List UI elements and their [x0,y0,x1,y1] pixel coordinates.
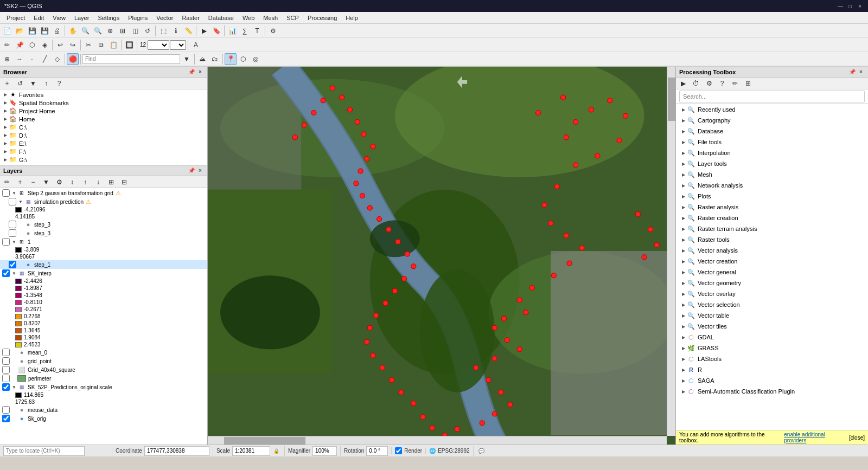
font-unit-select[interactable] [170,40,186,50]
layer-step3-b[interactable]: ● step_3 [0,229,207,237]
layer-check-mean0[interactable] [2,349,10,356]
layer-sk-orig[interactable]: ● Sk_orig [0,414,207,423]
proc-lastools[interactable]: ▶ ⬡ LAStools [676,353,868,364]
line-btn[interactable]: ╱ [39,53,50,65]
magnifier-input[interactable] [312,446,337,456]
save-project-btn[interactable]: 💾 [26,25,38,37]
map-hscroll[interactable] [208,436,667,445]
layer-meuse-data[interactable]: ● meuse_data [0,405,207,414]
settings-btn[interactable]: ⚙ [267,25,279,37]
menu-item-help[interactable]: Help [341,14,362,22]
menu-item-scp[interactable]: SCP [282,14,303,22]
gpx-btn[interactable]: ⊕ [1,53,13,65]
proc-recently-used[interactable]: ▶ 🔍 Recently used [676,104,868,115]
proc-saga[interactable]: ▶ ⬡ SAGA [676,375,868,386]
layer-check-meusedata[interactable] [2,406,10,414]
proc-layer-tools[interactable]: ▶ 🔍 Layer tools [676,158,868,169]
browser-item-d[interactable]: ▶ 📁 D:\ [0,131,207,139]
extent-btn[interactable]: ⬡ [237,53,249,65]
identify-btn[interactable]: ℹ [170,25,182,37]
save-as-btn[interactable]: 💾 [39,25,50,37]
layer-check-g1[interactable] [2,238,10,246]
layer-grid40[interactable]: ⬜ Grid_40x40_square [0,365,207,374]
proc-raster-tools[interactable]: ▶ 🔍 Raster tools [676,234,868,245]
proc-settings-btn[interactable]: ⚙ [703,78,715,89]
layer-check-sk52p[interactable] [2,383,10,391]
close-status-btn[interactable]: [close] [849,435,865,441]
terrain-btn[interactable]: ⛰ [196,53,208,65]
map-area[interactable] [208,67,675,445]
paste-features-btn[interactable]: 📋 [107,39,119,51]
layers-move-up-btn[interactable]: ↑ [79,176,91,188]
proc-raster-creation[interactable]: ▶ 🔍 Raster creation [676,213,868,223]
menu-item-database[interactable]: Database [204,14,238,22]
proc-raster-terrain[interactable]: ▶ 🔍 Raster terrain analysis [676,223,868,234]
map-tips-btn[interactable]: 💬 [477,446,487,456]
proc-vector-overlay[interactable]: ▶ 🔍 Vector overlay [676,288,868,299]
proc-r[interactable]: ▶ R R [676,364,868,375]
open-project-btn[interactable]: 📂 [14,25,25,37]
layer-check-simpred[interactable] [9,198,16,205]
processing-close-btn[interactable]: × [857,68,865,76]
browser-collapse-btn[interactable]: ↑ [40,78,52,89]
proc-expand-btn[interactable]: ⊞ [742,78,754,89]
rotation-input[interactable] [366,446,388,456]
processing-pin-btn[interactable]: 📌 [848,68,856,76]
menu-item-processing[interactable]: Processing [303,14,341,22]
proc-run-btn[interactable]: ▶ [677,78,689,89]
proc-plots[interactable]: ▶ 🔍 Plots [676,191,868,202]
layer-check-step1[interactable] [9,261,16,268]
find-btn[interactable]: ▼ [181,53,193,65]
pan-map-btn[interactable]: ✋ [67,25,79,37]
route-btn[interactable]: → [14,53,25,65]
proc-scp[interactable]: ▶ ⬡ Semi-Automatic Classification Plugin [676,386,868,397]
layer-sim-pred[interactable]: ▼ ▦ simulation prediction ⚠ [0,197,207,206]
processing-search-input[interactable] [679,91,865,102]
refresh-btn[interactable]: ↺ [142,25,154,37]
scale-input[interactable] [232,446,270,456]
layers-move-down-btn[interactable]: ↓ [92,176,104,188]
new-project-btn[interactable]: 📄 [1,25,13,37]
proc-vector-general[interactable]: ▶ 🔍 Vector general [676,267,868,278]
browser-close-btn[interactable]: × [196,68,204,76]
layer-check-step3b[interactable] [9,229,16,237]
browser-item-g[interactable]: ▶ 📁 G:\ [0,156,207,164]
layer-perimeter[interactable]: perimeter [0,374,207,383]
print-btn[interactable]: 🖨 [51,25,63,37]
enable-providers-link[interactable]: enable additional providers [784,432,847,443]
spatial-bookmark-btn[interactable]: 🔖 [210,25,222,37]
zoom-layer-btn[interactable]: ◫ [129,25,141,37]
select-feat-btn[interactable]: ⬚ [157,25,169,37]
proc-mesh[interactable]: ▶ 🔍 Mesh [676,169,868,180]
browser-item-f[interactable]: ▶ 📁 F:\ [0,147,207,156]
layer-check-skinterp[interactable] [2,269,10,277]
copy-features-btn[interactable]: ⧉ [95,39,107,51]
menu-item-edit[interactable]: Edit [29,14,48,22]
point-btn[interactable]: · [26,53,38,65]
menu-item-raster[interactable]: Raster [177,14,203,22]
digitize-btn[interactable]: 📌 [14,39,25,51]
label-btn[interactable]: A [190,39,202,51]
proc-vector-tiles[interactable]: ▶ 🔍 Vector tiles [676,321,868,332]
text-annotation-btn[interactable]: T [251,25,263,37]
layer-check-step2[interactable] [2,189,10,197]
proc-file-tools[interactable]: ▶ 🔍 File tools [676,137,868,147]
menu-item-mesh[interactable]: Mesh [259,14,282,22]
proc-vector-analysis[interactable]: ▶ 🔍 Vector analysis [676,245,868,256]
snap-btn[interactable]: 🔲 [123,39,135,51]
menu-item-view[interactable]: View [48,14,70,22]
layers-group-btn[interactable]: ⊞ [105,176,117,188]
layers-expand-btn[interactable]: ⊟ [118,176,130,188]
proc-cartography[interactable]: ▶ 🔍 Cartography [676,115,868,126]
layer-step1[interactable]: ● step_1 [0,260,207,269]
open-field-calc-btn[interactable]: 📊 [226,25,238,37]
proc-help-btn[interactable]: ? [716,78,728,89]
layer-sk52p[interactable]: ▼ ▦ SK_52P_Predictions_original scale [0,383,207,391]
layer-check-grid40[interactable] [2,366,10,374]
render-checkbox[interactable] [395,447,402,454]
layers-remove-btn[interactable]: − [27,176,39,188]
layer-step3-a[interactable]: ● step_3 [0,220,207,229]
browser-item-home[interactable]: ▶ 🏠 Home [0,115,207,123]
layer-check-perimeter[interactable] [2,375,10,382]
map-vscroll[interactable] [667,67,675,436]
